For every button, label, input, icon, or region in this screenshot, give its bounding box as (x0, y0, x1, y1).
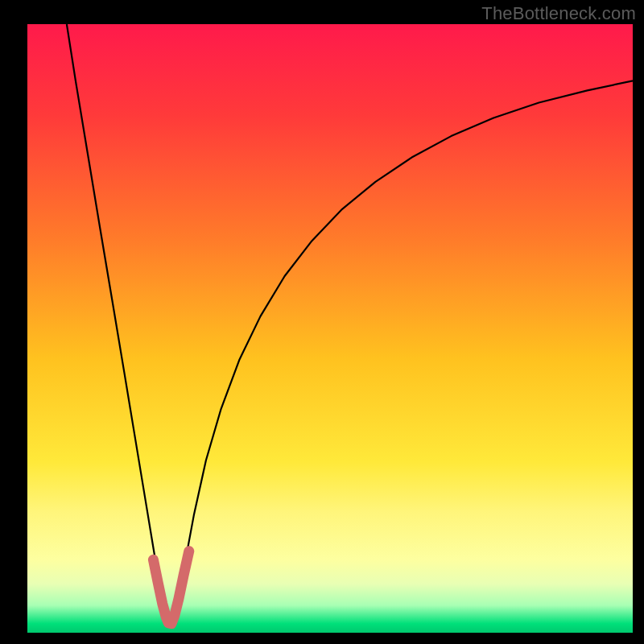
watermark-text: TheBottleneck.com (481, 3, 636, 24)
bottleneck-chart (0, 0, 644, 644)
gradient-background (27, 24, 633, 633)
stage: TheBottleneck.com (0, 0, 644, 644)
